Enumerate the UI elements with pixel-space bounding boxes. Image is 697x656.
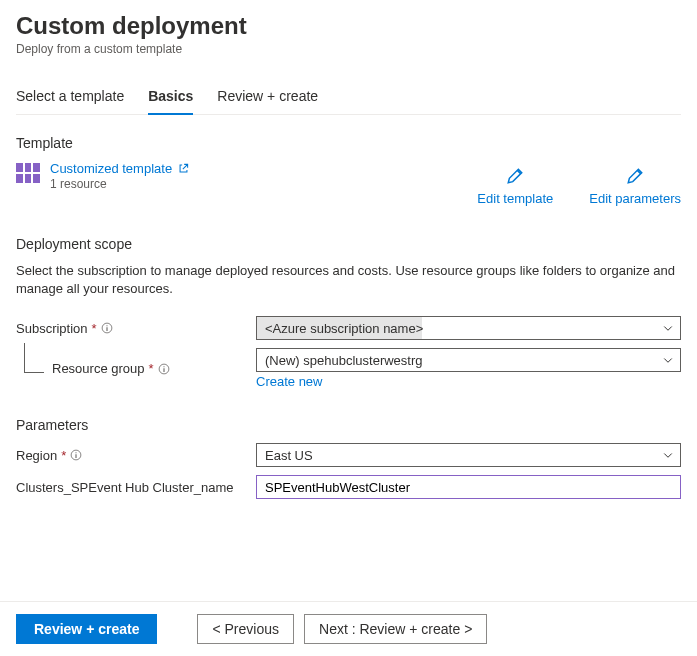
- chevron-down-icon: [662, 449, 674, 461]
- subscription-label: Subscription: [16, 321, 88, 336]
- create-new-link[interactable]: Create new: [256, 374, 322, 389]
- cluster-name-input[interactable]: [256, 475, 681, 499]
- svg-rect-2: [106, 328, 107, 332]
- required-mark: *: [61, 448, 66, 463]
- info-icon[interactable]: [101, 322, 113, 334]
- section-scope-title: Deployment scope: [16, 236, 681, 252]
- template-icon: [16, 163, 40, 183]
- external-link-icon: [178, 163, 189, 174]
- svg-point-7: [76, 453, 77, 454]
- page-title: Custom deployment: [16, 12, 681, 40]
- edit-parameters-button[interactable]: Edit parameters: [589, 167, 681, 206]
- chevron-down-icon: [662, 322, 674, 334]
- region-label: Region: [16, 448, 57, 463]
- pencil-icon: [506, 167, 524, 185]
- section-template-title: Template: [16, 135, 681, 151]
- required-mark: *: [149, 361, 154, 376]
- chevron-down-icon: [662, 354, 674, 366]
- svg-rect-5: [163, 368, 164, 372]
- resource-group-label: Resource group: [52, 361, 145, 376]
- region-select[interactable]: East US: [256, 443, 681, 467]
- tab-basics[interactable]: Basics: [148, 80, 193, 114]
- edit-template-label: Edit template: [477, 191, 553, 206]
- previous-button[interactable]: < Previous: [197, 614, 294, 644]
- svg-point-4: [163, 366, 164, 367]
- scope-description: Select the subscription to manage deploy…: [16, 262, 681, 298]
- subscription-select[interactable]: <Azure subscription name>: [256, 316, 681, 340]
- required-mark: *: [92, 321, 97, 336]
- tabs: Select a template Basics Review + create: [16, 80, 681, 115]
- pencil-icon: [626, 167, 644, 185]
- info-icon[interactable]: [70, 449, 82, 461]
- footer: Review + create < Previous Next : Review…: [0, 601, 697, 656]
- region-value: East US: [265, 448, 313, 463]
- resource-group-value: (New) spehubclusterwestrg: [265, 353, 423, 368]
- section-parameters-title: Parameters: [16, 417, 681, 433]
- svg-point-1: [106, 326, 107, 327]
- customized-template-link[interactable]: Customized template: [50, 161, 189, 176]
- review-create-button[interactable]: Review + create: [16, 614, 157, 644]
- tab-review-create[interactable]: Review + create: [217, 80, 318, 114]
- subscription-value: <Azure subscription name>: [265, 321, 423, 336]
- edit-template-button[interactable]: Edit template: [477, 167, 553, 206]
- tab-select-template[interactable]: Select a template: [16, 80, 124, 114]
- resource-group-select[interactable]: (New) spehubclusterwestrg: [256, 348, 681, 372]
- cluster-name-label: Clusters_SPEvent Hub Cluster_name: [16, 480, 234, 495]
- svg-rect-8: [76, 455, 77, 459]
- edit-parameters-label: Edit parameters: [589, 191, 681, 206]
- page-subtitle: Deploy from a custom template: [16, 42, 681, 56]
- customized-template-label: Customized template: [50, 161, 172, 176]
- tree-connector: [24, 343, 44, 373]
- next-button[interactable]: Next : Review + create >: [304, 614, 487, 644]
- resource-count: 1 resource: [50, 177, 189, 191]
- info-icon[interactable]: [158, 363, 170, 375]
